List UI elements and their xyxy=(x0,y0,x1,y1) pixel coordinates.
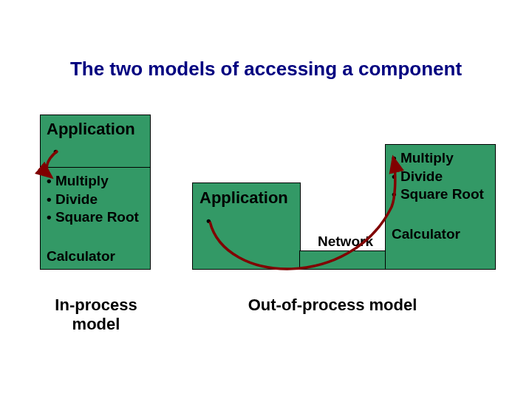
right-calculator-label: Calculator xyxy=(392,226,460,242)
left-model-caption: In-process model xyxy=(48,296,144,334)
network-bar xyxy=(299,250,386,270)
right-calculator-box: • Multiply • Divide • Square Root Calcul… xyxy=(385,144,496,270)
right-op-sqrt: • Square Root xyxy=(392,185,489,204)
left-op-divide: • Divide xyxy=(47,191,144,209)
left-application-label: Application xyxy=(47,120,135,139)
right-op-divide: • Divide xyxy=(392,168,489,186)
left-caller-dot: • xyxy=(53,143,58,160)
right-op-multiply: • Multiply xyxy=(392,149,489,168)
slide-title: The two models of accessing a component xyxy=(0,58,532,81)
left-calculator-box: • Multiply • Divide • Square Root Calcul… xyxy=(40,167,151,270)
left-calculator-label: Calculator xyxy=(47,248,115,265)
left-op-sqrt: • Square Root xyxy=(47,208,144,227)
network-label: Network xyxy=(318,233,373,250)
left-op-multiply: • Multiply xyxy=(47,172,144,191)
right-model-caption: Out-of-process model xyxy=(192,296,473,315)
right-application-label: Application xyxy=(200,188,288,208)
right-application-box: Application • xyxy=(192,183,301,270)
right-caller-dot: • xyxy=(206,213,211,229)
